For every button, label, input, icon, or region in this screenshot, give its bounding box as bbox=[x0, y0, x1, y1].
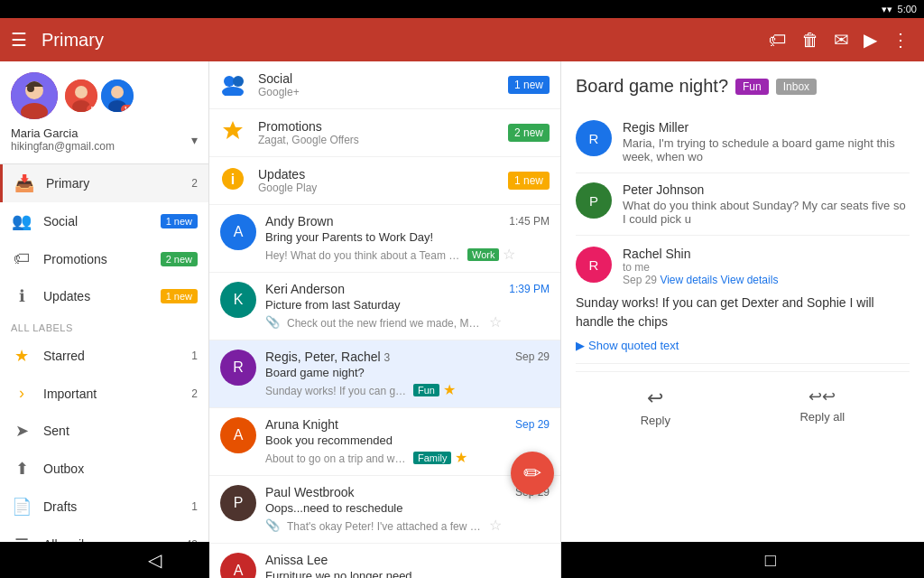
tag-icon: 🏷 bbox=[11, 249, 32, 268]
category-social[interactable]: Social Google+ 1 new bbox=[209, 61, 560, 109]
category-promotions[interactable]: Promotions Zagat, Google Offers 2 new bbox=[209, 109, 560, 157]
tags-2: 📎 Check out the new friend we made, Merr… bbox=[265, 313, 550, 331]
thread-info-2: Peter Johnson What do you think about Su… bbox=[623, 182, 910, 226]
star-3[interactable]: ★ bbox=[443, 381, 456, 398]
sidebar-item-outbox[interactable]: ⬆ Outbox bbox=[0, 450, 208, 488]
email-header-2: Keri Anderson 1:39 PM bbox=[265, 282, 550, 296]
back-button[interactable]: ◁ bbox=[148, 549, 162, 571]
avatar-secondary-2[interactable]: 10 bbox=[101, 79, 134, 112]
promotions-badge: 2 new bbox=[161, 252, 198, 266]
reply-button[interactable]: ↩ Reply bbox=[641, 387, 670, 427]
star-icon: ★ bbox=[11, 346, 32, 366]
sidebar-label-drafts: Drafts bbox=[43, 499, 191, 514]
email-content-3: Regis, Peter, Rachel 3 Sep 29 Board game… bbox=[265, 350, 550, 398]
sidebar-item-sent[interactable]: ➤ Sent bbox=[0, 412, 208, 450]
star-1[interactable]: ☆ bbox=[503, 246, 515, 263]
email-avatar-6: A bbox=[220, 553, 256, 578]
view-details-link[interactable]: View details bbox=[660, 274, 717, 286]
attachment-icon-5: 📎 bbox=[265, 518, 280, 532]
subject-6: Furniture we no longer need bbox=[265, 569, 550, 578]
tags-5: 📎 That's okay Peter! I've attached a few… bbox=[265, 517, 550, 534]
star-2[interactable]: ☆ bbox=[489, 313, 502, 331]
star-5[interactable]: ☆ bbox=[489, 517, 502, 534]
star-4[interactable]: ★ bbox=[455, 449, 467, 466]
email-row-5[interactable]: P Paul Westbrook Sep 29 Oops...need to r… bbox=[209, 476, 560, 544]
thread-message-2[interactable]: P Peter Johnson What do you think about … bbox=[576, 173, 910, 236]
expanded-sender-info: Rachel Shin to me Sep 29 View details Vi… bbox=[623, 247, 778, 286]
updates-info: Updates Google Play bbox=[258, 167, 508, 194]
delete-icon[interactable]: 🗑 bbox=[798, 26, 823, 54]
sender-1: Andy Brown bbox=[265, 214, 333, 228]
play-icon[interactable]: ▶ bbox=[860, 25, 881, 54]
reply-label: Reply bbox=[641, 414, 670, 427]
preview-2: Check out the new friend we made, Merril… bbox=[287, 317, 485, 330]
email-header-6: Anissa Lee bbox=[265, 553, 550, 567]
sent-icon: ➤ bbox=[11, 421, 32, 441]
email-icon[interactable]: ✉ bbox=[830, 25, 853, 54]
status-bar: ▾▾ 5:00 bbox=[0, 0, 924, 18]
email-content-1: Andy Brown 1:45 PM Bring your Parents to… bbox=[265, 214, 550, 263]
promotions-cat-badge: 2 new bbox=[508, 124, 550, 142]
subject-5: Oops...need to reschedule bbox=[265, 501, 550, 515]
time-1: 1:45 PM bbox=[509, 215, 550, 228]
reply-all-label: Reply all bbox=[799, 410, 845, 424]
sidebar-count-primary: 2 bbox=[191, 177, 198, 190]
promotions-sub: Zagat, Google Offers bbox=[258, 134, 508, 146]
inbox-tag: Inbox bbox=[776, 79, 817, 95]
email-row-1[interactable]: A Andy Brown 1:45 PM Bring your Parents … bbox=[209, 205, 560, 273]
category-updates[interactable]: i Updates Google Play 1 new bbox=[209, 157, 560, 205]
sidebar-item-important[interactable]: › Important 2 bbox=[0, 375, 208, 412]
account-avatars: 5 10 bbox=[11, 72, 198, 119]
attachment-icon-2: 📎 bbox=[265, 315, 280, 329]
tag-work: Work bbox=[467, 248, 499, 261]
email-content-5: Paul Westbrook Sep 29 Oops...need to res… bbox=[265, 485, 550, 534]
email-header-1: Andy Brown 1:45 PM bbox=[265, 214, 550, 228]
compose-fab[interactable]: ✏ bbox=[511, 452, 554, 495]
sidebar-label-promotions: Promotions bbox=[43, 252, 161, 266]
avatar-secondary-1[interactable]: 5 bbox=[65, 79, 97, 112]
sidebar-label-important: Important bbox=[43, 387, 191, 401]
email-row-3[interactable]: R Regis, Peter, Rachel 3 Sep 29 Board ga… bbox=[209, 340, 560, 408]
time-4: Sep 29 bbox=[515, 418, 550, 431]
sidebar-item-promotions[interactable]: 🏷 Promotions 2 new bbox=[0, 240, 208, 277]
svg-marker-13 bbox=[223, 121, 243, 139]
account-dropdown-icon[interactable]: ▾ bbox=[191, 133, 198, 147]
email-row-2[interactable]: K Keri Anderson 1:39 PM Picture from las… bbox=[209, 273, 560, 340]
sidebar-item-allmail[interactable]: ☰ All mail 43 bbox=[0, 526, 208, 542]
svg-text:i: i bbox=[231, 172, 235, 187]
svg-point-8 bbox=[111, 86, 124, 98]
email-row-4[interactable]: A Aruna Knight Sep 29 Book you recommend… bbox=[209, 408, 560, 476]
thread-preview-1: Maria, I'm trying to schedule a board ga… bbox=[623, 136, 910, 163]
social-cat-badge: 1 new bbox=[508, 76, 550, 94]
email-content-6: Anissa Lee Furniture we no longer need bbox=[265, 553, 550, 578]
thread-info-1: Regis Miller Maria, I'm trying to schedu… bbox=[623, 120, 910, 163]
more-options-icon[interactable]: ⋮ bbox=[888, 25, 913, 54]
sidebar-item-social[interactable]: 👥 Social 1 new bbox=[0, 202, 208, 240]
updates-cat-badge: 1 new bbox=[508, 172, 550, 190]
hamburger-menu[interactable]: ☰ bbox=[11, 29, 27, 51]
sender-5: Paul Westbrook bbox=[265, 485, 355, 499]
recents-button[interactable]: □ bbox=[765, 550, 776, 571]
show-quoted-text[interactable]: ▶ Show quoted text bbox=[576, 339, 910, 352]
drafts-icon: 📄 bbox=[11, 497, 32, 517]
svg-point-12 bbox=[222, 87, 244, 96]
account-details: Maria Garcia hikingfan@gmail.com bbox=[11, 126, 115, 153]
reply-all-button[interactable]: ↩↩ Reply all bbox=[799, 387, 845, 427]
subject-3: Board game night? bbox=[265, 366, 550, 379]
inbox-icon: 📥 bbox=[14, 173, 35, 193]
account-email: hikingfan@gmail.com bbox=[11, 140, 115, 153]
sidebar-item-starred[interactable]: ★ Starred 1 bbox=[0, 337, 208, 375]
compose-icon: ✏ bbox=[523, 461, 541, 486]
sidebar-item-drafts[interactable]: 📄 Drafts 1 bbox=[0, 488, 208, 526]
view-details-text[interactable]: View details bbox=[721, 274, 779, 286]
label-icon[interactable]: 🏷 bbox=[765, 26, 790, 54]
sidebar-item-updates[interactable]: ℹ Updates 1 new bbox=[0, 277, 208, 315]
social-category-icon bbox=[220, 70, 249, 99]
time-2: 1:39 PM bbox=[509, 283, 550, 295]
avatar-main[interactable] bbox=[11, 72, 58, 119]
email-row-6[interactable]: A Anissa Lee Furniture we no longer need bbox=[209, 544, 560, 578]
thread-message-1[interactable]: R Regis Miller Maria, I'm trying to sche… bbox=[576, 111, 910, 173]
svg-point-5 bbox=[75, 86, 88, 98]
sidebar-item-primary[interactable]: 📥 Primary 2 bbox=[0, 164, 208, 202]
email-avatar-1: A bbox=[220, 214, 256, 250]
